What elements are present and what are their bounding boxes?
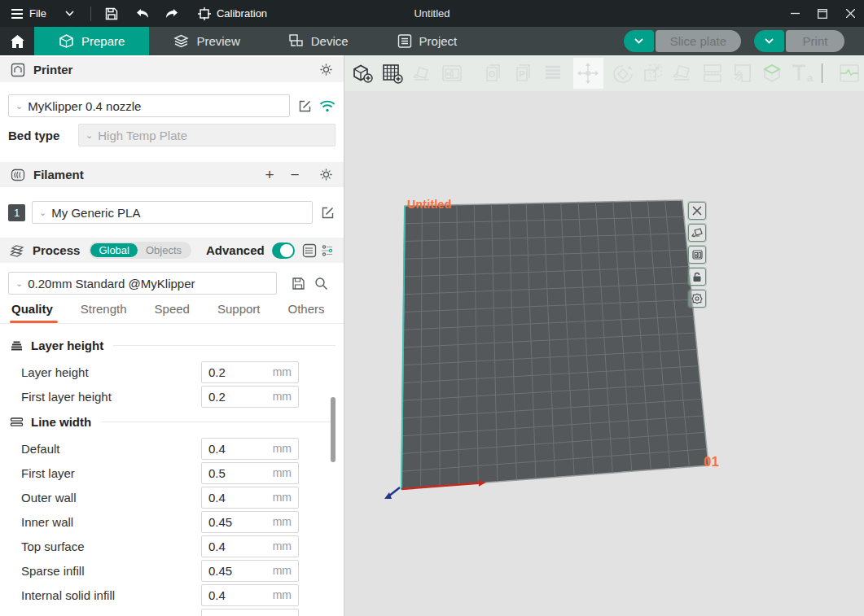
- bed-type-select[interactable]: ⌄ High Temp Plate: [78, 124, 336, 146]
- tab-preview[interactable]: Preview: [149, 27, 264, 55]
- scope-global[interactable]: Global: [90, 243, 138, 257]
- plate-settings-icon[interactable]: [688, 290, 706, 308]
- lock-plate-icon[interactable]: [688, 268, 706, 286]
- variable-layer-height-icon[interactable]: [538, 58, 568, 89]
- filament-slot-number[interactable]: 1: [8, 204, 25, 221]
- advanced-toggle[interactable]: [272, 242, 295, 259]
- calibration-button[interactable]: Calibration: [197, 7, 267, 21]
- tab-device[interactable]: Device: [265, 27, 373, 55]
- chevron-down-icon[interactable]: [63, 7, 77, 21]
- build-plate[interactable]: [344, 91, 864, 616]
- param-value: 0.2: [208, 390, 273, 404]
- tab-speed[interactable]: Speed: [155, 302, 190, 323]
- filament-preset-select[interactable]: ⌄ My Generic PLA: [32, 201, 313, 224]
- hamburger-icon: [10, 7, 24, 21]
- process-scope-toggle[interactable]: Global Objects: [89, 242, 191, 259]
- divider: [822, 63, 822, 83]
- minimize-button[interactable]: [781, 0, 809, 27]
- printer-connection-wifi-icon[interactable]: [319, 98, 336, 114]
- filament-settings-gear-icon[interactable]: [318, 167, 334, 183]
- print-button[interactable]: Print: [786, 30, 844, 52]
- slice-options-button[interactable]: [624, 30, 654, 52]
- edit-printer-icon[interactable]: [296, 98, 313, 114]
- arrange-icon[interactable]: [437, 58, 467, 89]
- undo-icon[interactable]: [135, 7, 150, 21]
- edit-filament-icon[interactable]: [319, 204, 336, 221]
- place-on-face-icon[interactable]: [668, 58, 698, 89]
- param-input[interactable]: 0.4 mm: [201, 584, 299, 606]
- print-options-button[interactable]: [754, 30, 784, 52]
- param-input[interactable]: 0.2 mm: [201, 386, 299, 408]
- sidebar-scrollbar[interactable]: [331, 397, 336, 462]
- remove-filament-button[interactable]: −: [286, 166, 304, 184]
- add-object-icon[interactable]: [348, 58, 378, 89]
- param-value: 0.4: [208, 442, 273, 456]
- param-label: Support: [21, 613, 201, 616]
- delete-plate-icon[interactable]: [688, 202, 706, 220]
- tab-others[interactable]: Others: [288, 302, 325, 323]
- tab-support[interactable]: Support: [217, 302, 261, 323]
- process-tab-bar: Quality Strength Speed Support Others: [0, 295, 344, 324]
- orient-plate-icon[interactable]: [688, 224, 706, 242]
- support-paint-icon[interactable]: [727, 58, 757, 89]
- param-input[interactable]: 0.2 mm: [201, 361, 299, 383]
- text-tool-icon[interactable]: a: [787, 58, 818, 89]
- param-input[interactable]: 0.4 mm: [201, 609, 299, 616]
- maximize-button[interactable]: [809, 0, 836, 27]
- divider: [90, 7, 91, 21]
- close-button[interactable]: [836, 0, 864, 27]
- build-plate-canvas[interactable]: Untitled 01: [344, 91, 864, 616]
- auto-orient-icon[interactable]: [407, 58, 437, 89]
- printer-settings-gear-icon[interactable]: [318, 62, 334, 78]
- slice-plate-button[interactable]: Slice plate: [656, 30, 741, 52]
- group-title: Line width: [31, 415, 91, 429]
- param-input[interactable]: 0.4 mm: [201, 535, 299, 557]
- add-plate-icon[interactable]: [378, 58, 408, 89]
- param-unit: mm: [273, 390, 292, 403]
- chevron-down-icon: ⌄: [15, 278, 23, 289]
- printer-preset-select[interactable]: ⌄ MyKlipper 0.4 nozzle: [8, 94, 290, 117]
- param-input[interactable]: 0.5 mm: [201, 462, 299, 484]
- tab-quality[interactable]: Quality: [11, 302, 53, 323]
- scope-objects[interactable]: Objects: [138, 243, 190, 257]
- color-paint-icon[interactable]: [757, 58, 787, 89]
- compare-presets-icon[interactable]: [321, 242, 334, 259]
- advanced-label: Advanced: [206, 243, 265, 257]
- parameter-list-icon[interactable]: [302, 242, 317, 259]
- param-row: Inner wall 0.45 mm: [0, 509, 344, 534]
- split-to-objects-icon[interactable]: O: [479, 58, 509, 89]
- save-preset-icon[interactable]: [290, 275, 306, 291]
- scale-icon[interactable]: [638, 58, 668, 89]
- param-unit: mm: [273, 491, 292, 504]
- arrange-plate-icon[interactable]: [688, 246, 706, 264]
- param-unit: mm: [273, 613, 292, 616]
- param-input[interactable]: 0.4 mm: [201, 487, 299, 509]
- param-input[interactable]: 0.45 mm: [201, 511, 299, 533]
- redo-icon[interactable]: [164, 7, 179, 21]
- param-label: Top surface: [21, 540, 201, 553]
- param-unit: mm: [273, 466, 292, 479]
- split-to-parts-icon[interactable]: P: [508, 58, 538, 89]
- tab-strength[interactable]: Strength: [81, 302, 127, 323]
- param-value: 0.4: [208, 588, 273, 602]
- param-input[interactable]: 0.45 mm: [201, 560, 299, 582]
- assembly-icon[interactable]: [834, 58, 864, 89]
- process-preset-select[interactable]: ⌄ 0.20mm Standard @MyKlipper: [8, 272, 277, 295]
- param-unit: mm: [273, 515, 292, 528]
- file-menu[interactable]: File: [10, 7, 46, 21]
- home-button[interactable]: [0, 27, 34, 55]
- process-section-title: Process: [33, 243, 80, 257]
- cut-icon[interactable]: [698, 58, 728, 89]
- param-input[interactable]: 0.4 mm: [201, 438, 299, 460]
- param-row: Outer wall 0.4 mm: [0, 485, 344, 509]
- add-filament-button[interactable]: +: [261, 166, 278, 184]
- save-icon[interactable]: [104, 7, 119, 21]
- tab-project[interactable]: Project: [373, 27, 482, 55]
- rotate-icon[interactable]: [608, 58, 638, 89]
- printer-section-header: Printer: [0, 57, 344, 82]
- move-icon[interactable]: [573, 58, 603, 89]
- file-menu-label: File: [29, 7, 46, 20]
- printer-section-title: Printer: [33, 63, 72, 76]
- search-preset-icon[interactable]: [313, 275, 329, 291]
- tab-prepare[interactable]: Prepare: [34, 27, 149, 55]
